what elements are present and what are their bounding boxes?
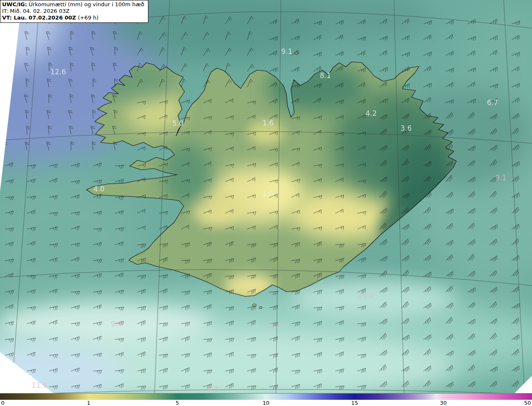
precip-value-label: 9.1 <box>495 174 506 182</box>
colorbar-gradient <box>0 393 532 400</box>
init-time-line: IT: Mið. 04. 02. 2026 03Z <box>2 8 144 15</box>
weather-chart-page: 12.69.18.16.74.23.65.01.64.01.09.110.09.… <box>0 0 532 406</box>
product-id: UWC/IG: <box>2 1 27 7</box>
map-svg: 12.69.18.16.74.23.65.01.64.01.09.110.09.… <box>0 0 532 393</box>
precip-value-label: 8.1 <box>320 71 331 80</box>
map-area: 12.69.18.16.74.23.65.01.64.01.09.110.09.… <box>0 0 532 393</box>
precip-value-label: 10.0 <box>358 291 374 300</box>
title-box: UWC/IG: Úrkomumætti (mm) og vindur i 100… <box>0 0 148 23</box>
colorbar-tick: 30 <box>440 400 447 406</box>
precip-value-label: 4.2 <box>365 109 377 117</box>
precip-value-label: 1.0 <box>262 190 273 198</box>
colorbar-tick: 0 <box>1 400 5 406</box>
colorbar-tick: 50 <box>524 400 531 406</box>
precip-value-label: 6.7 <box>487 98 498 107</box>
valid-time-line: VT: Lau. 07.02.2026 00Z (+69 h) <box>2 15 144 21</box>
title-line: UWC/IG: Úrkomumætti (mm) og vindur i 100… <box>2 1 144 8</box>
colorbar-ticks: 01510153050 <box>0 400 532 406</box>
forecast-lead: (+69 h) <box>78 15 99 21</box>
colorbar-tick: 5 <box>175 400 179 406</box>
precip-value-label: 9.4 <box>111 320 122 328</box>
colorbar-tick: 10 <box>263 400 270 406</box>
precip-value-label: 3.6 <box>400 124 411 132</box>
page-title: Úrkomumætti (mm) og vindur i 100m hæð <box>29 1 144 7</box>
colorbar-tick: 1 <box>87 400 90 406</box>
colorbar-tick: 15 <box>351 400 358 406</box>
precip-value-label: 9.3 <box>207 385 218 393</box>
precip-value-label: 11.6 <box>32 381 47 389</box>
valid-time: VT: Lau. 07.02.2026 00Z <box>2 15 76 21</box>
precip-value-label: 8.7 <box>268 322 280 330</box>
precip-value-label: 1.6 <box>262 119 273 127</box>
precip-value-label: 4.0 <box>93 185 104 193</box>
precip-value-label: 5.0 <box>172 119 183 127</box>
precip-value-label: 9.1 <box>281 47 292 56</box>
precip-value-label: 12.6 <box>50 68 66 76</box>
